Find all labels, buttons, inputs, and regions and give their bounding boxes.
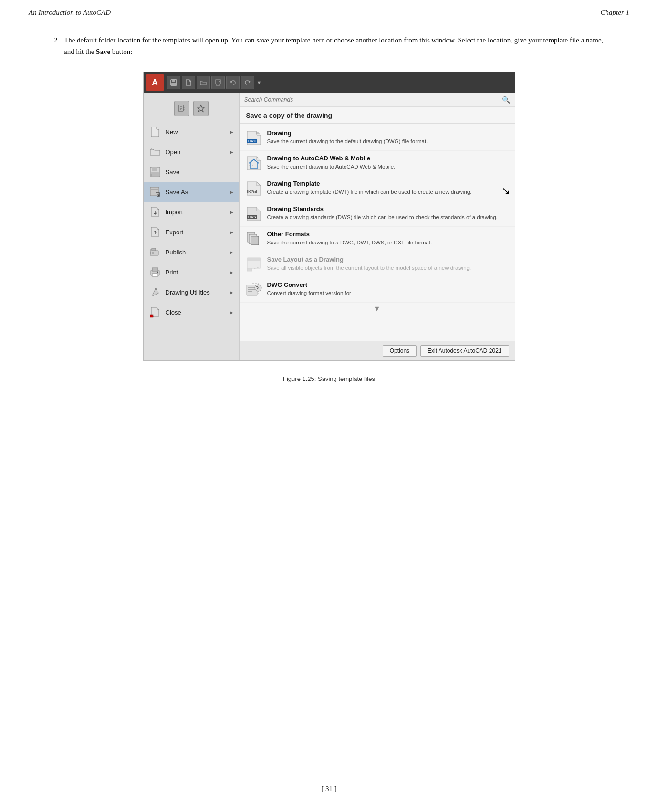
- svg-rect-20: [152, 274, 158, 276]
- search-icon[interactable]: 🔍: [502, 96, 510, 104]
- save-option-template[interactable]: DWT Drawing Template Create a drawing te…: [240, 176, 515, 201]
- menu-item-saveas-label: Save As: [166, 189, 188, 196]
- exit-button[interactable]: Exit Autodesk AutoCAD 2021: [420, 345, 509, 357]
- menu-item-drawing-utilities[interactable]: Drawing Utilities ▶: [144, 282, 239, 302]
- menu-bottom: Options Exit Autodesk AutoCAD 2021: [240, 341, 515, 360]
- menu-right: 🔍 Save a copy of the drawing: [239, 93, 515, 360]
- menu-item-save[interactable]: Save: [144, 162, 239, 182]
- print-arrow: ▶: [230, 270, 233, 275]
- publish-arrow: ▶: [230, 250, 233, 255]
- menu-item-open[interactable]: Open ▶: [144, 142, 239, 162]
- paragraph-text: The default folder location for the temp…: [64, 34, 610, 57]
- toolbar-new-btn[interactable]: [182, 76, 195, 89]
- svg-rect-3: [215, 80, 221, 84]
- panel-title: Save a copy of the drawing: [240, 107, 515, 124]
- toolbar-plot-btn[interactable]: [211, 76, 225, 89]
- svg-text:DWT: DWT: [248, 190, 256, 193]
- menu-item-drawing-utilities-label: Drawing Utilities: [166, 289, 210, 296]
- favorites-icon[interactable]: [193, 101, 209, 116]
- list-number: 2.: [48, 34, 59, 57]
- other-formats-icon: [245, 231, 262, 248]
- menu-item-close[interactable]: Close ▶: [144, 302, 239, 322]
- svg-rect-1: [172, 80, 175, 82]
- svg-rect-19: [152, 268, 158, 271]
- toolbar-redo-btn[interactable]: [241, 76, 254, 89]
- svg-text:DWS: DWS: [248, 215, 256, 219]
- menu-item-new[interactable]: New ▶: [144, 122, 239, 142]
- new-icon: [148, 125, 162, 138]
- toolbar-save-btn[interactable]: [167, 76, 180, 89]
- drawing-utilities-icon: [148, 285, 162, 299]
- save-option-other-formats[interactable]: Other Formats Save the current drawing t…: [240, 227, 515, 252]
- drawing-option-desc: Save the current drawing to the default …: [267, 137, 509, 145]
- page-number: [ 31 ]: [316, 785, 342, 793]
- search-input[interactable]: [244, 96, 499, 103]
- toolbar-dropdown-arrow[interactable]: ▼: [256, 80, 263, 85]
- menu-item-export[interactable]: Export ▶: [144, 222, 239, 242]
- template-option-title: Drawing Template: [267, 180, 509, 187]
- page-footer: [ 31 ]: [0, 785, 658, 793]
- svg-rect-36: [247, 268, 252, 271]
- menu-icons-row: [144, 97, 239, 122]
- standards-option-desc: Create a drawing standards (DWS) file wh…: [267, 213, 509, 221]
- standards-option-title: Drawing Standards: [267, 205, 509, 212]
- menu-item-publish-label: Publish: [166, 249, 186, 256]
- toolbar: A ▼: [144, 72, 515, 93]
- web-mobile-option-desc: Save the current drawing to AutoCAD Web …: [267, 163, 509, 170]
- svg-marker-9: [198, 105, 204, 112]
- header-left: An Introduction to AutoCAD: [29, 9, 111, 17]
- menu-left: New ▶ Open ▶: [144, 93, 239, 360]
- autocad-logo[interactable]: A: [146, 74, 164, 91]
- export-icon: [148, 225, 162, 239]
- menu-item-close-label: Close: [166, 309, 181, 316]
- svg-rect-35: [247, 258, 261, 261]
- dwt-icon: DWT: [245, 180, 262, 197]
- dwg-icon: DWG: [245, 129, 262, 147]
- save-options-list: DWG Drawing Save the current drawing to …: [240, 124, 515, 341]
- close-arrow: ▶: [230, 310, 233, 315]
- svg-rect-2: [171, 83, 176, 85]
- header-right: Chapter 1: [601, 9, 629, 17]
- save-option-dwg-convert[interactable]: DWG Convert Convert drawing format versi…: [240, 277, 515, 303]
- svg-point-22: [155, 288, 157, 290]
- recent-docs-icon[interactable]: [174, 101, 189, 116]
- menu-item-publish[interactable]: Publish ▶: [144, 242, 239, 262]
- autocad-ui: A ▼: [144, 72, 515, 360]
- svg-rect-11: [152, 167, 157, 171]
- options-button[interactable]: Options: [383, 345, 417, 357]
- svg-point-21: [157, 272, 158, 273]
- menu-item-print[interactable]: Print ▶: [144, 262, 239, 282]
- template-option-desc: Create a drawing template (DWT) file in …: [267, 188, 509, 196]
- other-formats-option-title: Other Formats: [267, 231, 509, 238]
- toolbar-open-btn[interactable]: [197, 76, 210, 89]
- menu-item-print-label: Print: [166, 269, 178, 276]
- menu-item-saveas[interactable]: Save As ▶: [144, 182, 239, 202]
- saveas-arrow: ▶: [230, 190, 233, 195]
- save-option-web-mobile[interactable]: Drawing to AutoCAD Web & Mobile Save the…: [240, 151, 515, 176]
- svg-point-5: [219, 81, 220, 82]
- figure-caption: Figure 1.25: Saving template files: [48, 375, 610, 382]
- dwg-convert-icon: [245, 281, 262, 298]
- toolbar-undo-btn[interactable]: [226, 76, 240, 89]
- svg-rect-4: [216, 84, 220, 85]
- menu-item-new-label: New: [166, 128, 178, 136]
- saveas-icon: [148, 185, 162, 199]
- drawing-utilities-arrow: ▶: [230, 290, 233, 295]
- save-option-standards[interactable]: DWS Drawing Standards Create a drawing s…: [240, 201, 515, 227]
- main-content: 2. The default folder location for the t…: [0, 20, 658, 411]
- close-icon: [148, 306, 162, 319]
- footer-line-right: [356, 789, 644, 789]
- svg-rect-12: [151, 172, 159, 176]
- other-formats-option-desc: Save the current drawing to a DWG, DWT, …: [267, 239, 509, 246]
- menu-item-import-label: Import: [166, 209, 183, 216]
- layout-option-title: Save Layout as a Drawing: [267, 256, 509, 263]
- dwg-convert-option-desc: Convert drawing format version for: [267, 289, 509, 297]
- save-option-drawing[interactable]: DWG Drawing Save the current drawing to …: [240, 126, 515, 151]
- menu-item-import[interactable]: Import ▶: [144, 202, 239, 222]
- export-arrow: ▶: [230, 230, 233, 235]
- new-arrow: ▶: [230, 129, 233, 135]
- open-icon: [148, 145, 162, 158]
- open-arrow: ▶: [230, 149, 233, 155]
- print-icon: [148, 265, 162, 279]
- import-arrow: ▶: [230, 210, 233, 215]
